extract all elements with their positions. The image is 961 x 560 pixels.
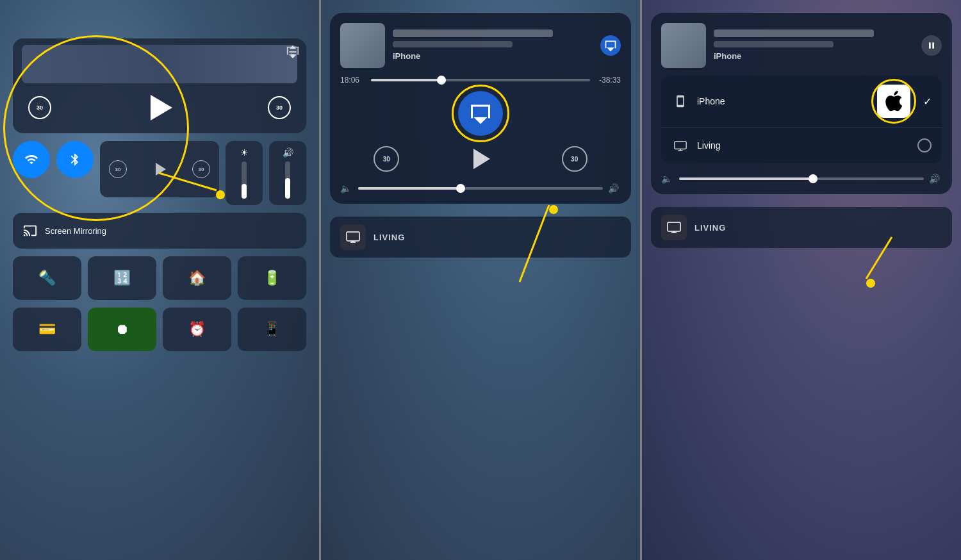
play-button-large[interactable] — [143, 91, 176, 124]
svg-rect-3 — [675, 142, 686, 149]
battery-icon: 🔋 — [263, 270, 281, 286]
progress-row-p2: 18:06 -38:33 — [340, 76, 621, 85]
play-triangle-small — [156, 163, 166, 176]
appletv-icon-box-p3 — [661, 215, 687, 240]
volume-slider-p3[interactable] — [679, 177, 924, 180]
calculator-icon: 🔢 — [113, 270, 131, 286]
volume-fill — [285, 178, 290, 199]
podcast-info-p2: iPhone — [393, 29, 593, 62]
volume-slider-p2[interactable] — [358, 187, 603, 190]
appletv-card-p3[interactable]: LIVING — [651, 207, 952, 248]
volume-fill-p3 — [679, 177, 814, 180]
device-label-p3: iPhone — [714, 50, 914, 62]
living-device-name: Living — [697, 140, 910, 151]
volume-low-icon-p2: 🔈 — [340, 183, 353, 194]
home-button[interactable]: 🏠 — [163, 256, 231, 300]
podcast-header-p3: iPhone — [661, 23, 942, 68]
media-player-card: 30 30 — [13, 38, 306, 133]
bluetooth-toggle[interactable] — [56, 141, 94, 178]
airplay-option-living[interactable]: Living — [661, 128, 942, 163]
volume-row-p2: 🔈 🔊 — [340, 183, 621, 194]
living-radio-circle — [917, 138, 932, 152]
volume-low-icon-p3: 🔈 — [661, 174, 674, 184]
divider-2-3 — [640, 0, 642, 560]
airplay-button-p2[interactable] — [600, 35, 621, 56]
skip-forward-30-p2[interactable]: 30 — [562, 146, 587, 172]
record-button[interactable]: ⏺ — [88, 308, 156, 351]
skip-forward-30-large[interactable]: 30 — [268, 96, 291, 119]
record-icon: ⏺ — [115, 321, 129, 338]
media-art-blurred — [22, 45, 297, 83]
media-small-controls: 30 30 — [100, 141, 219, 197]
iphone-checkmark: ✓ — [923, 95, 932, 108]
appletv-label-p2: LIVING — [374, 233, 405, 242]
wifi-toggle[interactable] — [13, 141, 50, 178]
brightness-slider[interactable]: ☀ — [226, 141, 263, 205]
airplay-large-button[interactable] — [458, 91, 503, 136]
appletv-label-p3: LIVING — [694, 223, 726, 233]
calculator-button[interactable]: 🔢 — [88, 256, 156, 300]
volume-fill-p2 — [358, 187, 461, 190]
svg-rect-1 — [347, 232, 359, 241]
volume-row-p3: 🔈 🔊 — [661, 174, 942, 184]
annotation-dot-p3 — [866, 279, 875, 288]
volume-thumb-p3 — [809, 174, 817, 183]
wallet-button[interactable]: 💳 — [13, 308, 81, 351]
utility-grid: 🔦 🔢 🏠 🔋 — [13, 256, 306, 300]
podcast-subtitle-blurred-p2 — [393, 41, 513, 47]
play-triangle — [151, 95, 172, 120]
play-pause-btn-p3[interactable] — [921, 35, 942, 56]
airplay-large-container — [340, 91, 621, 136]
brightness-fill — [242, 184, 247, 199]
clock-button[interactable]: ⏰ — [163, 308, 231, 351]
volume-slider[interactable]: 🔊 — [269, 141, 306, 205]
airplay-btn-container — [600, 35, 621, 56]
annotation-dot-p2 — [549, 205, 558, 214]
volume-high-icon-p2: 🔊 — [608, 183, 621, 194]
podcast-art-p2 — [340, 23, 385, 68]
progress-thumb-p2 — [437, 76, 446, 85]
media-controls-large: 30 30 — [22, 88, 297, 127]
podcast-card-p3: iPhone — [651, 13, 952, 194]
divider-1-2 — [319, 0, 321, 560]
podcast-controls-p2: 30 30 — [340, 145, 621, 173]
control-center: 30 30 — [13, 38, 306, 547]
podcast-header-p2: iPhone — [340, 23, 621, 68]
appletv-card-p2[interactable]: LIVING — [330, 217, 631, 258]
volume-track — [285, 161, 290, 199]
skip-back-30-p2[interactable]: 30 — [374, 146, 399, 172]
appletv-logo-box — [877, 85, 910, 118]
flashlight-button[interactable]: 🔦 — [13, 256, 81, 300]
skip-back-30-large[interactable]: 30 — [28, 96, 51, 119]
battery-button[interactable]: 🔋 — [238, 256, 306, 300]
panel-2: iPhone 18:06 — [321, 0, 640, 560]
podcast-title-blurred-p2 — [393, 29, 553, 37]
appletv-option-annotated — [877, 85, 916, 118]
airplay-option-iphone[interactable]: iPhone ✓ — [661, 76, 942, 128]
screen-mirroring-label: Screen Mirroring — [45, 226, 106, 236]
airplay-icon-p1[interactable] — [286, 45, 300, 62]
podcast-subtitle-blurred-p3 — [714, 41, 834, 47]
skip-back-30-small[interactable]: 30 — [109, 160, 127, 178]
skip-forward-30-small[interactable]: 30 — [192, 160, 210, 178]
remote-button[interactable]: 📱 — [238, 308, 306, 351]
panel-1: 30 30 — [0, 0, 319, 560]
iphone-device-name: iPhone — [697, 96, 869, 106]
home-icon: 🏠 — [188, 270, 206, 286]
time-elapsed-p2: 18:06 — [340, 76, 366, 85]
panel1-content: 30 30 — [0, 0, 319, 560]
airplay-selector-p3: iPhone ✓ — [661, 76, 942, 163]
iphone-device-icon — [671, 92, 689, 110]
play-button-p2[interactable] — [466, 145, 495, 173]
brightness-track — [242, 161, 247, 199]
remote-icon: 📱 — [263, 321, 281, 338]
wallet-icon: 💳 — [38, 321, 56, 338]
toggles-media-row: 30 30 ☀ 🔊 — [13, 141, 306, 205]
panel3-content: iPhone — [642, 13, 961, 560]
play-button-small[interactable] — [137, 163, 182, 176]
progress-bar-p2[interactable] — [371, 79, 590, 81]
device-label-p2: iPhone — [393, 50, 593, 62]
podcast-card-p2: iPhone 18:06 — [330, 13, 631, 204]
panel2-content: iPhone 18:06 — [321, 13, 640, 560]
screen-mirroring-button[interactable]: Screen Mirroring — [13, 213, 306, 249]
